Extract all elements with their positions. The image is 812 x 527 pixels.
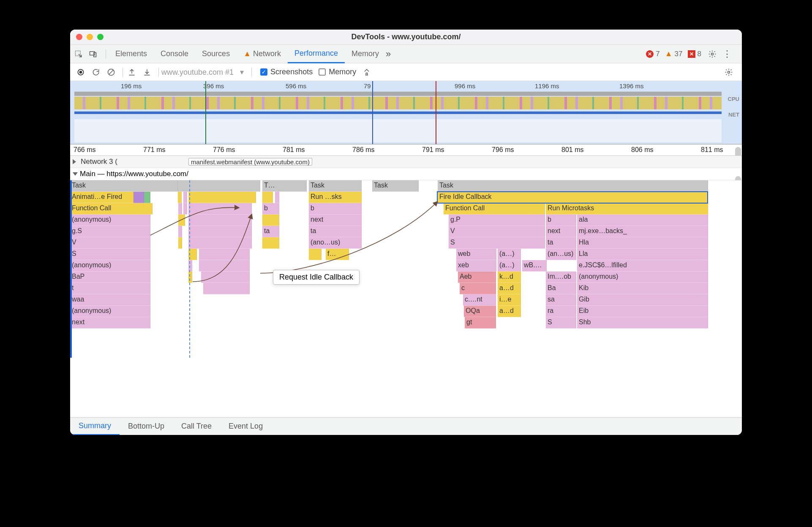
flame-event[interactable] bbox=[144, 192, 150, 203]
overview[interactable]: 196 ms396 ms596 ms79996 ms1196 ms1396 ms… bbox=[70, 81, 742, 144]
flame-event[interactable] bbox=[178, 237, 182, 249]
flame-event[interactable]: web bbox=[456, 249, 496, 260]
flame-event[interactable] bbox=[188, 215, 252, 226]
flame-event[interactable]: c bbox=[460, 283, 496, 294]
flame-event[interactable]: f… bbox=[326, 249, 349, 260]
network-row[interactable]: Network 3 ( manifest.webmanifest (www.yo… bbox=[70, 156, 742, 168]
clear-button[interactable] bbox=[105, 66, 117, 79]
flame-event[interactable]: Task bbox=[438, 180, 708, 192]
flame-event[interactable]: BaP bbox=[70, 272, 150, 283]
flame-event[interactable]: ta bbox=[309, 226, 362, 237]
tab-calltree[interactable]: Call Tree bbox=[173, 418, 220, 435]
flame-event[interactable]: ta bbox=[546, 237, 576, 249]
flame-event[interactable]: mj.exe…backs_ bbox=[577, 226, 708, 237]
flame-event[interactable]: c.…nt bbox=[463, 294, 496, 306]
tab-performance[interactable]: Performance bbox=[288, 45, 345, 63]
tab-sources[interactable]: Sources bbox=[195, 45, 237, 63]
collapse-icon[interactable] bbox=[73, 172, 78, 176]
screenshots-checkbox[interactable]: ✓ bbox=[260, 68, 267, 76]
more-tabs-icon[interactable]: » bbox=[386, 49, 391, 60]
errors-badge[interactable]: ✕7 bbox=[646, 50, 659, 58]
memory-checkbox[interactable] bbox=[319, 68, 326, 76]
gc-icon[interactable] bbox=[360, 66, 373, 79]
flame-event[interactable]: xeb bbox=[456, 260, 496, 272]
flame-event[interactable]: T… bbox=[262, 180, 307, 192]
flame-event[interactable]: b bbox=[309, 203, 362, 215]
flame-event[interactable]: ra bbox=[546, 306, 576, 317]
flame-event[interactable] bbox=[309, 249, 322, 260]
flame-event[interactable]: Function Call bbox=[70, 203, 153, 215]
network-item[interactable]: manifest.webmanifest (www.youtube.com) bbox=[188, 158, 312, 166]
flame-event[interactable]: t bbox=[70, 283, 150, 294]
flame-event[interactable] bbox=[134, 192, 144, 203]
flame-event[interactable] bbox=[178, 203, 182, 215]
flame-event[interactable]: Lla bbox=[577, 249, 708, 260]
tab-eventlog[interactable]: Event Log bbox=[220, 418, 271, 435]
flame-event[interactable] bbox=[183, 203, 187, 215]
tab-memory[interactable]: Memory bbox=[345, 45, 386, 63]
recording-dropdown[interactable]: www.youtube.com #1 ▾ bbox=[161, 68, 244, 77]
flame-event[interactable] bbox=[275, 192, 279, 203]
flame-event[interactable]: Im.…ob bbox=[546, 272, 576, 283]
tab-network[interactable]: ▲Network bbox=[237, 45, 288, 63]
main-thread-header[interactable]: Main — https://www.youtube.com/ bbox=[70, 168, 742, 180]
flame-event[interactable]: (anonymous) bbox=[70, 215, 150, 226]
upload-icon[interactable] bbox=[125, 66, 138, 79]
warnings-badge[interactable]: ▲37 bbox=[665, 49, 683, 58]
flame-event[interactable] bbox=[203, 283, 250, 294]
flame-event[interactable] bbox=[199, 260, 250, 272]
flame-event[interactable]: Ba bbox=[546, 283, 576, 294]
tab-bottomup[interactable]: Bottom-Up bbox=[120, 418, 173, 435]
flame-event[interactable]: S bbox=[449, 237, 545, 249]
flame-event[interactable]: Task bbox=[70, 180, 178, 192]
flame-event[interactable] bbox=[178, 226, 182, 237]
flame-event[interactable]: gt bbox=[465, 317, 496, 329]
flame-event[interactable]: Fire Idle Callback bbox=[438, 192, 708, 203]
flame-event[interactable]: a…d bbox=[498, 283, 521, 294]
flame-event[interactable]: V bbox=[70, 237, 150, 249]
flame-event[interactable]: next bbox=[70, 317, 150, 329]
flame-event[interactable] bbox=[262, 215, 279, 226]
selection-handle[interactable] bbox=[70, 180, 72, 358]
flame-event[interactable]: next bbox=[546, 226, 576, 237]
flame-event[interactable]: OQa bbox=[464, 306, 496, 317]
flame-event[interactable] bbox=[188, 203, 252, 215]
flame-event[interactable] bbox=[188, 192, 256, 203]
flame-event[interactable]: i…e bbox=[498, 294, 521, 306]
device-icon[interactable] bbox=[89, 50, 97, 58]
flame-event[interactable]: S bbox=[546, 317, 576, 329]
flame-event[interactable]: Eib bbox=[577, 306, 708, 317]
flame-event[interactable]: Aeb bbox=[458, 272, 496, 283]
flame-event[interactable]: Kib bbox=[577, 283, 708, 294]
flame-event[interactable]: b bbox=[262, 203, 279, 215]
flame-event[interactable] bbox=[178, 192, 182, 203]
settings-icon[interactable] bbox=[708, 50, 717, 58]
flame-event[interactable]: (anonymous) bbox=[70, 306, 150, 317]
flame-event[interactable]: next bbox=[309, 215, 362, 226]
flame-event[interactable]: (anonymous) bbox=[577, 272, 708, 283]
flame-event[interactable] bbox=[201, 272, 250, 283]
time-ruler[interactable]: 766 ms771 ms776 ms781 ms786 ms791 ms796 … bbox=[70, 144, 742, 156]
inspect-icon[interactable] bbox=[74, 50, 83, 58]
flame-event[interactable]: (ano…us) bbox=[309, 237, 362, 249]
flame-event[interactable]: Animati…e Fired bbox=[70, 192, 134, 203]
flame-event[interactable]: Run …sks bbox=[309, 192, 362, 203]
flame-event[interactable]: g.P bbox=[449, 215, 545, 226]
flame-event[interactable] bbox=[178, 215, 185, 226]
flame-event[interactable] bbox=[178, 180, 260, 192]
flame-event[interactable]: (anonymous) bbox=[70, 260, 150, 272]
flame-event[interactable]: Hla bbox=[577, 237, 708, 249]
flame-event[interactable]: e.JSC$6…lfilled bbox=[577, 260, 708, 272]
flame-event[interactable]: b bbox=[546, 215, 576, 226]
flame-event[interactable]: Task bbox=[309, 180, 362, 192]
flame-event[interactable] bbox=[262, 192, 273, 203]
flame-event[interactable]: Function Call bbox=[444, 203, 545, 215]
flame-event[interactable]: ta bbox=[262, 226, 279, 237]
flame-event[interactable] bbox=[188, 226, 252, 237]
flame-event[interactable]: (a…) bbox=[498, 249, 521, 260]
record-button[interactable] bbox=[74, 66, 87, 79]
kebab-icon[interactable]: ⋮ bbox=[722, 49, 732, 60]
flame-event[interactable] bbox=[183, 192, 187, 203]
flame-event[interactable]: (an…us) bbox=[546, 249, 576, 260]
capture-settings-icon[interactable] bbox=[722, 66, 735, 79]
